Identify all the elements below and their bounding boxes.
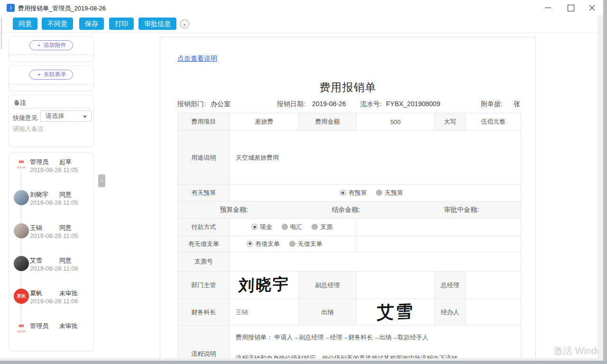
chevron-left-icon: ‹ (101, 177, 103, 184)
approval-item: 夏帆 夏帆 未审批 2019-08-26 11:06 (9, 289, 93, 317)
dept-head-signature: 刘晓宇 (230, 272, 299, 299)
payment-method-label: 付款方式 (178, 218, 230, 236)
approval-info-button[interactable]: 审批信息 (138, 18, 176, 30)
deputy-gm-label: 副总经理 (299, 272, 357, 299)
dept-head-label: 部门主管 (178, 272, 230, 299)
amount-value[interactable]: 500 (357, 113, 435, 131)
approval-item: 刘晓宇 同意 2019-08-26 11:05 (9, 190, 93, 218)
approver-name: 刘晓宇 (30, 191, 48, 199)
approval-item: 王锦 同意 2019-08-26 11:05 (9, 223, 93, 252)
approval-time: 2019-08-26 11:06 (30, 298, 78, 305)
budget-options: 有预算 无预算 (230, 185, 521, 201)
disagree-button[interactable]: 不同意 (42, 18, 73, 30)
expense-item-label: 费用项目 (178, 113, 230, 131)
window-titlebar: i 费用报销单_管理员_2019-08-26 (0, 0, 607, 15)
approver-name: 管理员 (30, 322, 48, 330)
save-button[interactable]: 保存 (79, 18, 104, 30)
attach-label: 附单据: (481, 100, 503, 109)
radio-no-advance[interactable] (289, 241, 295, 247)
chevron-down-icon (83, 116, 87, 118)
flow-line-1: 费用报销单： 申请人→副总经理→经理→财务科长→出纳→取款经手人 (236, 333, 515, 342)
budget-amount-label: 预算金额: (220, 206, 248, 214)
radio-no-budget[interactable] (376, 190, 382, 196)
link-form-button[interactable]: ＋ 关联表单 (29, 70, 73, 80)
gm-label: 总经理 (435, 272, 466, 299)
quick-opinion-select[interactable]: 请选择 (40, 110, 92, 122)
approval-status: 未审批 (59, 289, 78, 298)
dept-value: 办公室 (211, 100, 230, 109)
empty-cell (357, 218, 521, 236)
expense-item-value[interactable]: 差旅费 (230, 113, 299, 131)
vertical-scrollbar[interactable] (598, 15, 603, 358)
view-instructions-link[interactable]: 点击查看说明 (177, 55, 217, 63)
handler-signature (466, 299, 521, 326)
purpose-value[interactable]: 天空城差旅费用 (230, 131, 521, 185)
print-button[interactable]: 打印 (109, 18, 134, 30)
empty-cell (357, 236, 521, 252)
approver-name: 夏帆 (30, 289, 42, 298)
avatar-photo (14, 223, 29, 238)
finance-chief-signature: 王锦 (230, 299, 299, 326)
date-label: 报销日期: (277, 100, 305, 109)
table-row: 预算金额: 结余金额: 审批中金额: (178, 201, 521, 218)
approval-status: 同意 (59, 191, 72, 199)
radio-has-advance[interactable] (247, 241, 253, 247)
expense-table: 费用项目 差旅费 费用金额 500 大写 伍佰元整 用途说明 天空城差旅费用 有… (177, 113, 521, 364)
note-input[interactable]: 请输入备注 (13, 125, 44, 133)
balance-amount-label: 结余金额: (332, 206, 360, 214)
minimize-button[interactable] (540, 0, 556, 15)
avatar-photo (14, 190, 29, 205)
advance-slip-options: 有借支单 无借支单 (230, 236, 357, 252)
payment-method-options: 现金 电汇 支票 (230, 218, 357, 236)
radio-cheque[interactable] (312, 224, 318, 230)
cheque-no-value[interactable] (230, 252, 521, 272)
approver-name: 王锦 (30, 224, 42, 232)
radio-wire[interactable] (282, 224, 288, 230)
approval-time: 2019-08-26 11:05 (30, 199, 78, 206)
approval-time: 2019-08-26 11:06 (30, 265, 78, 272)
approval-time: 2019-08-26 11:05 (30, 166, 78, 173)
divider (13, 108, 90, 109)
radio-cash[interactable] (251, 224, 258, 230)
avatar-initials: 夏帆 (14, 289, 29, 304)
approval-item: ∞ 华天动力 管理员 未审批 (9, 321, 93, 350)
maximize-button[interactable] (562, 0, 579, 15)
gm-signature (466, 272, 521, 299)
approver-name: 艾雪 (30, 256, 42, 265)
cashier-label: 出纳 (299, 299, 357, 326)
quick-opinion-value: 请选择 (46, 112, 64, 119)
table-row: 费用项目 差旅费 费用金额 500 大写 伍佰元整 (178, 113, 521, 131)
amount-label: 费用金额 (299, 113, 357, 131)
left-panel-edge (1, 17, 2, 49)
more-actions-icon[interactable]: » (180, 19, 189, 28)
toolbar: 同意 不同意 保存 打印 审批信息 » (0, 15, 603, 33)
note-title: 备注 (14, 99, 26, 107)
radio-has-budget[interactable] (340, 190, 346, 196)
app-icon: i (7, 4, 15, 12)
add-attachment-button[interactable]: ＋ 添加附件 (29, 40, 73, 50)
sidebar-collapse-button[interactable]: ‹ (98, 174, 105, 187)
advance-slip-label: 有无借支单 (178, 236, 230, 252)
cashier-signature: 艾雪 (357, 299, 435, 326)
budget-amounts-row: 预算金额: 结余金额: 审批中金额: (178, 201, 521, 218)
serial-value: FYBX_201908009 (386, 100, 440, 108)
window-right-edge (603, 0, 607, 364)
table-row: 有无预算 有预算 无预算 (178, 185, 521, 201)
approval-status: 未审批 (59, 322, 78, 330)
approval-status: 同意 (59, 256, 72, 265)
table-row: 支票号 (178, 252, 521, 272)
table-row: 用途说明 天空城差旅费用 (178, 131, 521, 185)
agree-button[interactable]: 同意 (13, 18, 37, 30)
cheque-no-label: 支票号 (178, 252, 230, 272)
approving-amount-label: 审批中金额: (444, 206, 479, 214)
avatar-photo (14, 256, 29, 271)
deputy-gm-signature (357, 272, 435, 299)
handler-label: 经办人 (435, 299, 466, 326)
close-button[interactable] (584, 0, 600, 15)
divider (9, 55, 93, 55)
date-value: 2019-08-26 (312, 100, 346, 108)
serial-label: 流水号: (360, 100, 382, 109)
approval-item: ∞ 华天动力 管理员 起草 2019-08-26 11:05 (9, 157, 93, 186)
approval-status: 起草 (59, 158, 72, 166)
amount-words-label: 大写 (435, 113, 466, 131)
